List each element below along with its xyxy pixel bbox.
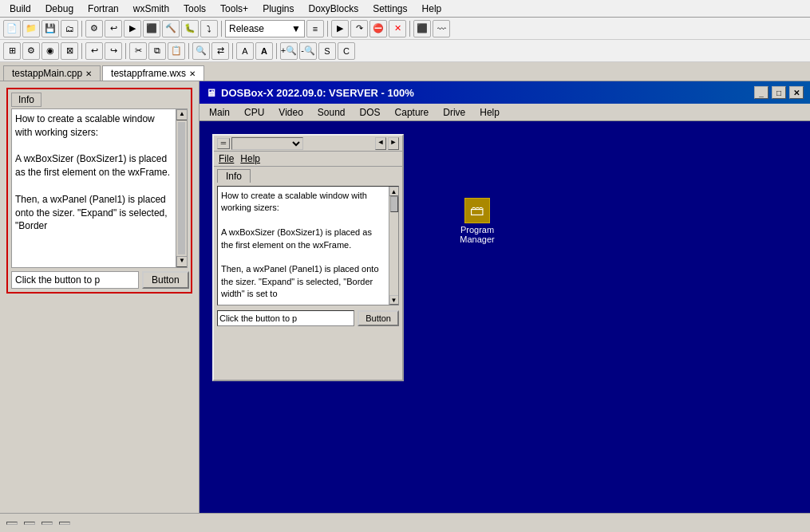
dosbox-menu-sound[interactable]: Sound	[311, 105, 352, 120]
bottom-input[interactable]	[11, 271, 139, 289]
status-section-3	[41, 522, 53, 525]
inner-scroll-right[interactable]: ►	[388, 137, 399, 150]
menu-build[interactable]: Build	[3, 2, 38, 16]
tb2-btn3[interactable]: ◉	[41, 42, 59, 60]
status-section-2	[24, 522, 35, 525]
menu-wxsmith[interactable]: wxSmith	[127, 2, 176, 16]
dosbox-panel: 🖥 DOSBox-X 2022.09.0: VSERVER - 100% _ □…	[200, 81, 810, 513]
run-button[interactable]: ▶	[124, 20, 141, 37]
tb2-cut[interactable]: ✂	[129, 42, 147, 60]
tb2-copy[interactable]: ⧉	[148, 42, 166, 60]
refresh-button[interactable]: ↩	[105, 20, 122, 37]
tabs-row: testappMain.cpp ✕ testappframe.wxs ✕	[0, 62, 810, 81]
tb2-bold[interactable]: A	[255, 42, 273, 60]
inner-scroll-thumb[interactable]	[390, 196, 398, 212]
open-button[interactable]: 📁	[22, 20, 40, 37]
save-button[interactable]: 💾	[41, 20, 59, 37]
inner-menu-help[interactable]: Help	[240, 153, 260, 164]
config-dropdown[interactable]: Release ▼	[225, 20, 305, 37]
inner-scroll-up[interactable]: ▲	[389, 187, 399, 196]
tb2-zoomout[interactable]: -🔍	[299, 42, 317, 60]
menu-plugins[interactable]: Plugins	[256, 2, 300, 16]
dosbox-controls: _ □ ✕	[754, 86, 804, 99]
dropdown-value: Release	[229, 23, 264, 34]
status-bar	[0, 513, 810, 532]
tb2-zoomin[interactable]: +🔍	[280, 42, 298, 60]
menu-settings[interactable]: Settings	[366, 2, 413, 16]
tb2-search[interactable]: 🔍	[192, 42, 210, 60]
tb2-zoom-c[interactable]: C	[338, 42, 355, 60]
scroll-up-btn[interactable]: ▲	[176, 109, 188, 120]
settings-button[interactable]: ⚙	[85, 20, 103, 37]
tab-frame-wxs[interactable]: testappframe.wxs ✕	[102, 65, 204, 81]
menu-doxyblocks[interactable]: DoxyBlocks	[302, 2, 365, 16]
tb2-format[interactable]: A	[236, 42, 254, 60]
save-all-button[interactable]: 🗂	[61, 20, 78, 37]
tb2-undo[interactable]: ↩	[85, 42, 103, 60]
inner-button[interactable]: Button	[358, 310, 399, 326]
inner-menu-file[interactable]: File	[219, 153, 234, 164]
debug-button[interactable]: 🐛	[181, 20, 199, 37]
tab-main-cpp[interactable]: testappMain.cpp ✕	[3, 65, 101, 81]
scroll-thumb[interactable]	[178, 122, 185, 254]
info-tab[interactable]: Info	[11, 93, 41, 107]
sep-9	[276, 43, 277, 59]
cpu-icon[interactable]: ⬛	[413, 20, 431, 37]
dosbox-menu-dos[interactable]: DOS	[354, 105, 387, 120]
wave-icon[interactable]: 〰	[433, 20, 450, 37]
bottom-button[interactable]: Button	[142, 271, 189, 289]
toolbar-row-1: 📄 📁 💾 🗂 ⚙ ↩ ▶ ⬛ 🔨 🐛 ⤵ Release ▼ ≡ ▶ ↷ ⛔ …	[0, 18, 810, 40]
info-scrollbar[interactable]: ▲ ▼	[176, 109, 187, 267]
inner-scroll-left[interactable]: ◄	[375, 137, 386, 150]
dosbox-menu-help[interactable]: Help	[473, 105, 506, 120]
inner-ctrl-left[interactable]: ═	[217, 138, 230, 149]
build-button[interactable]: 🔨	[162, 20, 180, 37]
more-button[interactable]: ≡	[306, 20, 324, 37]
scroll-down-btn[interactable]: ▼	[176, 256, 188, 267]
tb2-paste[interactable]: 📋	[168, 42, 185, 60]
tb-x[interactable]: ✕	[389, 20, 406, 37]
menu-debug[interactable]: Debug	[39, 2, 80, 16]
inner-scrollbar[interactable]: ▲ ▼	[389, 187, 398, 305]
inner-scroll-down[interactable]: ▼	[389, 295, 399, 305]
menu-help[interactable]: Help	[416, 2, 448, 16]
stop-button[interactable]: ⬛	[143, 20, 160, 37]
dosbox-menu-main[interactable]: Main	[203, 105, 236, 120]
left-panel: Info How to create a scalable window wit…	[0, 81, 200, 513]
info-textbox: How to create a scalable window with wor…	[11, 108, 188, 268]
inner-dropdown[interactable]	[231, 137, 303, 150]
tb2-zoom100[interactable]: S	[318, 42, 336, 60]
menu-tools[interactable]: Tools	[177, 2, 212, 16]
tb2-btn4[interactable]: ⊠	[61, 42, 78, 60]
info-text-content: How to create a scalable window with wor…	[15, 112, 184, 233]
tb-run2[interactable]: ▶	[331, 20, 349, 37]
tb2-replace[interactable]: ⇄	[211, 42, 229, 60]
inner-menubar: File Help	[214, 152, 402, 167]
menu-tools-plus[interactable]: Tools+	[214, 2, 255, 16]
sep-5	[81, 43, 82, 59]
program-manager-img: 🗃	[464, 198, 490, 223]
tb-break[interactable]: ⛔	[369, 20, 387, 37]
dosbox-menu-video[interactable]: Video	[272, 105, 309, 120]
toolbar-row-2: ⊞ ⚙ ◉ ⊠ ↩ ↪ ✂ ⧉ 📋 🔍 ⇄ A A +🔍 -🔍 S C	[0, 40, 810, 62]
step-button[interactable]: ⤵	[200, 20, 218, 37]
separator-4	[409, 21, 410, 37]
dosbox-menu-capture[interactable]: Capture	[389, 105, 436, 120]
tb2-btn1[interactable]: ⊞	[3, 42, 21, 60]
dosbox-maximize[interactable]: □	[772, 86, 786, 99]
dosbox-menu-cpu[interactable]: CPU	[238, 105, 271, 120]
dosbox-close[interactable]: ✕	[789, 86, 804, 99]
tab-main-cpp-close[interactable]: ✕	[85, 69, 92, 78]
tb-step2[interactable]: ↷	[350, 20, 368, 37]
tb2-btn2[interactable]: ⚙	[22, 42, 40, 60]
program-manager-icon[interactable]: 🗃 ProgramManager	[452, 198, 503, 244]
inner-tab-info[interactable]: Info	[217, 169, 251, 183]
dosbox-menu-drive[interactable]: Drive	[437, 105, 472, 120]
dosbox-minimize[interactable]: _	[754, 86, 769, 99]
tb2-redo[interactable]: ↪	[105, 42, 122, 60]
program-manager-label: ProgramManager	[460, 225, 494, 244]
tab-frame-wxs-close[interactable]: ✕	[189, 69, 196, 78]
new-button[interactable]: 📄	[3, 20, 21, 37]
menu-fortran[interactable]: Fortran	[81, 2, 125, 16]
inner-input[interactable]	[217, 310, 354, 326]
